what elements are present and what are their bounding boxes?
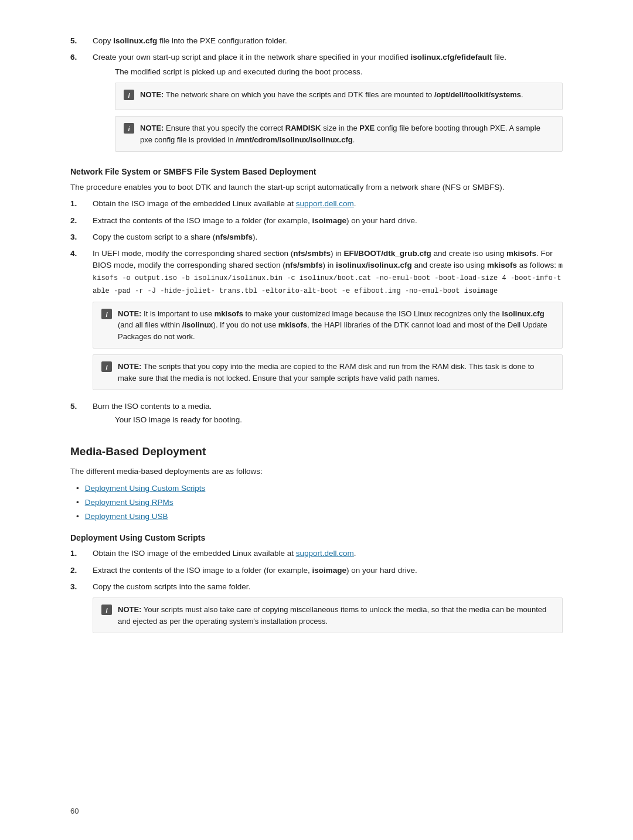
nfs-step-3-num: 3. [70,231,93,243]
step-6-item: 6. Create your own start-up script and p… [70,52,563,158]
media-based-links-list: Deployment Using Custom Scripts Deployme… [70,483,563,523]
pxe-steps-list: 5. Copy isolinux.cfg file into the PXE c… [70,35,563,158]
nfs-steps-list: 1. Obtain the ISO image of the embedded … [70,198,563,426]
note-2-icon: i [124,123,134,137]
nfs-step-2: 2. Extract the contents of the ISO image… [70,215,563,227]
note-1-icon: i [124,90,134,104]
note-2-box: i NOTE: Ensure that you specify the corr… [115,116,563,152]
cs-step-2-num: 2. [70,565,93,576]
media-based-heading: Media-Based Deployment [70,443,563,460]
step-6-content: Create your own start-up script and plac… [93,52,563,158]
media-link-2-item: Deployment Using RPMs [76,497,563,508]
media-based-intro: The different media-based deployments ar… [70,466,563,477]
step-5-content: Copy isolinux.cfg file into the PXE conf… [93,35,563,47]
nfs-step-5-sub: Your ISO image is ready for booting. [115,414,563,426]
nfs-support-link-1[interactable]: support.dell.com [296,199,354,208]
step-5-num: 5. [70,35,93,47]
step-5-bold: isolinux.cfg [113,36,157,45]
nfs-intro: The procedure enables you to boot DTK an… [70,182,563,193]
page: 5. Copy isolinux.cfg file into the PXE c… [0,0,633,840]
nfs-step-1-num: 1. [70,198,93,210]
note-5-icon: i [101,605,112,619]
media-link-1-item: Deployment Using Custom Scripts [76,483,563,494]
nfs-section-heading: Network File System or SMBFS File System… [70,166,563,178]
nfs-step-5-num: 5. [70,401,93,412]
cs-step-1: 1. Obtain the ISO image of the embedded … [70,548,563,559]
step-6-num: 6. [70,52,93,63]
nfs-step-5-content: Burn the ISO contents to a media. Your I… [93,401,563,426]
note-3-box: i NOTE: It is important to use mkisofs t… [93,302,563,349]
cs-step-3: 3. Copy the custom scripts into the same… [70,581,563,639]
nfs-step-1-content: Obtain the ISO image of the embedded Lin… [93,198,563,210]
note-5-box: i NOTE: Your scripts must also take care… [93,597,563,633]
note-4-box: i NOTE: The scripts that you copy into t… [93,354,563,390]
note-2-text: NOTE: Ensure that you specify the correc… [140,122,554,145]
note-1-text: NOTE: The network share on which you hav… [140,89,523,101]
custom-scripts-heading: Deployment Using Custom Scripts [70,532,563,544]
custom-scripts-steps-list: 1. Obtain the ISO image of the embedded … [70,548,563,639]
nfs-step-2-bold: isoimage [312,216,346,225]
nfs-step-4-num: 4. [70,248,93,259]
note-3-text: NOTE: It is important to use mkisofs to … [118,308,554,343]
nfs-step-3-content: Copy the custom script to a share (nfs/s… [93,231,563,243]
nfs-step-3: 3. Copy the custom script to a share (nf… [70,231,563,243]
media-link-3-item: Deployment Using USB [76,511,563,523]
cs-step-1-content: Obtain the ISO image of the embedded Lin… [93,548,563,559]
cs-step-3-content: Copy the custom scripts into the same fo… [93,581,563,639]
step-6-subtext: The modified script is picked up and exe… [115,66,563,78]
note-1-box: i NOTE: The network share on which you h… [115,83,563,110]
step-5-item: 5. Copy isolinux.cfg file into the PXE c… [70,35,563,47]
note-4-icon: i [101,361,112,375]
nfs-step-1: 1. Obtain the ISO image of the embedded … [70,198,563,210]
cs-step-2: 2. Extract the contents of the ISO image… [70,565,563,576]
page-number: 60 [70,805,79,817]
note-5-text: NOTE: Your scripts must also take care o… [118,604,554,627]
note-3-icon: i [101,309,112,323]
nfs-step-4: 4. In UEFI mode, modify the correspondin… [70,248,563,396]
cs-step-2-content: Extract the contents of the ISO image to… [93,565,563,576]
note-4-text: NOTE: The scripts that you copy into the… [118,361,554,384]
media-link-1[interactable]: Deployment Using Custom Scripts [85,483,206,494]
nfs-step-2-content: Extract the contents of the ISO image to… [93,215,563,227]
media-link-2[interactable]: Deployment Using RPMs [85,497,173,508]
cs-support-link[interactable]: support.dell.com [296,549,354,558]
cs-step-3-num: 3. [70,581,93,593]
nfs-step-3-bold: nfs/smbfs [215,233,253,241]
nfs-step-2-num: 2. [70,215,93,227]
nfs-step-4-content: In UEFI mode, modify the corresponding s… [93,248,563,396]
media-link-3[interactable]: Deployment Using USB [85,511,168,523]
cs-step-1-num: 1. [70,548,93,559]
nfs-step-5: 5. Burn the ISO contents to a media. You… [70,401,563,426]
cs-step-2-bold: isoimage [312,566,346,575]
step-6-bold: isolinux.cfg/efidefault [411,53,492,62]
